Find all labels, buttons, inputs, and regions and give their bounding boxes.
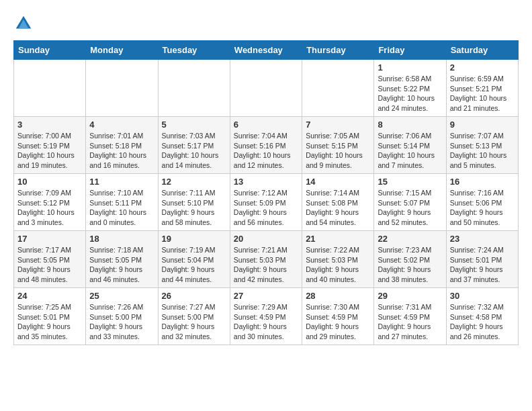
day-info: Sunrise: 6:59 AM Sunset: 5:21 PM Dayligh… [450,74,515,113]
calendar-cell [14,60,86,117]
calendar-cell: 19Sunrise: 7:19 AM Sunset: 5:04 PM Dayli… [158,231,230,288]
calendar-cell [86,60,158,117]
day-info: Sunrise: 7:27 AM Sunset: 5:00 PM Dayligh… [162,302,226,342]
day-number: 15 [378,177,442,187]
day-number: 24 [17,291,82,301]
day-number: 6 [234,120,298,130]
day-number: 5 [162,120,226,130]
day-info: Sunrise: 7:17 AM Sunset: 5:05 PM Dayligh… [17,245,82,285]
calendar-cell: 14Sunrise: 7:14 AM Sunset: 5:08 PM Dayli… [302,174,374,231]
day-number: 2 [450,62,515,73]
day-info: Sunrise: 7:25 AM Sunset: 5:01 PM Dayligh… [17,302,82,342]
calendar-cell: 26Sunrise: 7:27 AM Sunset: 5:00 PM Dayli… [158,288,230,345]
calendar-cell: 2Sunrise: 6:59 AM Sunset: 5:21 PM Daylig… [446,60,518,117]
calendar-cell: 20Sunrise: 7:21 AM Sunset: 5:03 PM Dayli… [230,231,302,288]
day-info: Sunrise: 7:06 AM Sunset: 5:14 PM Dayligh… [378,131,442,171]
day-info: Sunrise: 7:32 AM Sunset: 4:58 PM Dayligh… [450,302,515,342]
calendar-week-row: 10Sunrise: 7:09 AM Sunset: 5:12 PM Dayli… [14,174,519,231]
calendar-day-header: Tuesday [158,41,230,60]
calendar-cell: 4Sunrise: 7:01 AM Sunset: 5:18 PM Daylig… [86,117,158,174]
calendar-cell: 18Sunrise: 7:18 AM Sunset: 5:05 PM Dayli… [86,231,158,288]
day-info: Sunrise: 7:16 AM Sunset: 5:06 PM Dayligh… [450,188,515,228]
calendar-cell: 5Sunrise: 7:03 AM Sunset: 5:17 PM Daylig… [158,117,230,174]
calendar-cell [158,60,230,117]
day-number: 12 [162,177,226,187]
day-info: Sunrise: 7:09 AM Sunset: 5:12 PM Dayligh… [17,188,82,228]
logo-icon [13,13,34,34]
day-info: Sunrise: 7:21 AM Sunset: 5:03 PM Dayligh… [234,245,298,285]
day-number: 28 [306,291,370,301]
calendar-cell: 21Sunrise: 7:22 AM Sunset: 5:03 PM Dayli… [302,231,374,288]
day-info: Sunrise: 7:22 AM Sunset: 5:03 PM Dayligh… [306,245,370,285]
day-number: 20 [234,234,298,244]
calendar-day-header: Saturday [446,41,518,60]
calendar-cell: 22Sunrise: 7:23 AM Sunset: 5:02 PM Dayli… [374,231,446,288]
day-info: Sunrise: 7:07 AM Sunset: 5:13 PM Dayligh… [450,131,515,171]
calendar-cell: 15Sunrise: 7:15 AM Sunset: 5:07 PM Dayli… [374,174,446,231]
day-number: 19 [162,234,226,244]
day-number: 7 [306,120,370,130]
calendar-cell: 6Sunrise: 7:04 AM Sunset: 5:16 PM Daylig… [230,117,302,174]
calendar-week-row: 3Sunrise: 7:00 AM Sunset: 5:19 PM Daylig… [14,117,519,174]
calendar-cell: 8Sunrise: 7:06 AM Sunset: 5:14 PM Daylig… [374,117,446,174]
day-info: Sunrise: 7:12 AM Sunset: 5:09 PM Dayligh… [234,188,298,228]
calendar-cell: 27Sunrise: 7:29 AM Sunset: 4:59 PM Dayli… [230,288,302,345]
day-number: 14 [306,177,370,187]
day-number: 16 [450,177,515,187]
calendar-cell: 10Sunrise: 7:09 AM Sunset: 5:12 PM Dayli… [14,174,86,231]
day-number: 30 [450,291,515,301]
page-header [13,13,519,34]
calendar-cell: 12Sunrise: 7:11 AM Sunset: 5:10 PM Dayli… [158,174,230,231]
day-number: 29 [378,291,442,301]
day-number: 21 [306,234,370,244]
calendar-cell [230,60,302,117]
calendar-cell: 29Sunrise: 7:31 AM Sunset: 4:59 PM Dayli… [374,288,446,345]
day-info: Sunrise: 7:24 AM Sunset: 5:01 PM Dayligh… [450,245,515,285]
day-info: Sunrise: 7:01 AM Sunset: 5:18 PM Dayligh… [89,131,154,171]
calendar-day-header: Friday [374,41,446,60]
day-number: 1 [378,62,442,73]
day-number: 10 [17,177,82,187]
calendar-day-header: Thursday [302,41,374,60]
calendar-cell: 17Sunrise: 7:17 AM Sunset: 5:05 PM Dayli… [14,231,86,288]
day-number: 25 [89,291,154,301]
day-info: Sunrise: 7:19 AM Sunset: 5:04 PM Dayligh… [162,245,226,285]
day-number: 3 [17,120,82,130]
calendar-week-row: 24Sunrise: 7:25 AM Sunset: 5:01 PM Dayli… [14,288,519,345]
logo [13,13,36,34]
calendar-cell [302,60,374,117]
day-number: 23 [450,234,515,244]
day-info: Sunrise: 7:26 AM Sunset: 5:00 PM Dayligh… [89,302,154,342]
day-number: 17 [17,234,82,244]
calendar-day-header: Sunday [14,41,86,60]
day-info: Sunrise: 7:23 AM Sunset: 5:02 PM Dayligh… [378,245,442,285]
calendar-cell: 13Sunrise: 7:12 AM Sunset: 5:09 PM Dayli… [230,174,302,231]
calendar-table: SundayMondayTuesdayWednesdayThursdayFrid… [13,40,519,345]
day-number: 4 [89,120,154,130]
calendar-cell: 3Sunrise: 7:00 AM Sunset: 5:19 PM Daylig… [14,117,86,174]
day-info: Sunrise: 7:05 AM Sunset: 5:15 PM Dayligh… [306,131,370,171]
day-info: Sunrise: 7:11 AM Sunset: 5:10 PM Dayligh… [162,188,226,228]
day-number: 27 [234,291,298,301]
calendar-cell: 30Sunrise: 7:32 AM Sunset: 4:58 PM Dayli… [446,288,518,345]
calendar-cell: 24Sunrise: 7:25 AM Sunset: 5:01 PM Dayli… [14,288,86,345]
calendar-cell: 28Sunrise: 7:30 AM Sunset: 4:59 PM Dayli… [302,288,374,345]
day-number: 11 [89,177,154,187]
day-info: Sunrise: 7:14 AM Sunset: 5:08 PM Dayligh… [306,188,370,228]
day-info: Sunrise: 7:18 AM Sunset: 5:05 PM Dayligh… [89,245,154,285]
calendar-cell: 1Sunrise: 6:58 AM Sunset: 5:22 PM Daylig… [374,60,446,117]
day-number: 18 [89,234,154,244]
calendar-week-row: 1Sunrise: 6:58 AM Sunset: 5:22 PM Daylig… [14,60,519,117]
calendar-cell: 11Sunrise: 7:10 AM Sunset: 5:11 PM Dayli… [86,174,158,231]
day-info: Sunrise: 7:03 AM Sunset: 5:17 PM Dayligh… [162,131,226,171]
day-info: Sunrise: 7:00 AM Sunset: 5:19 PM Dayligh… [17,131,82,171]
day-number: 13 [234,177,298,187]
calendar-header-row: SundayMondayTuesdayWednesdayThursdayFrid… [14,41,519,60]
calendar-day-header: Monday [86,41,158,60]
day-number: 26 [162,291,226,301]
calendar-cell: 7Sunrise: 7:05 AM Sunset: 5:15 PM Daylig… [302,117,374,174]
day-info: Sunrise: 7:15 AM Sunset: 5:07 PM Dayligh… [378,188,442,228]
day-info: Sunrise: 6:58 AM Sunset: 5:22 PM Dayligh… [378,74,442,113]
day-info: Sunrise: 7:10 AM Sunset: 5:11 PM Dayligh… [89,188,154,228]
calendar-cell: 23Sunrise: 7:24 AM Sunset: 5:01 PM Dayli… [446,231,518,288]
